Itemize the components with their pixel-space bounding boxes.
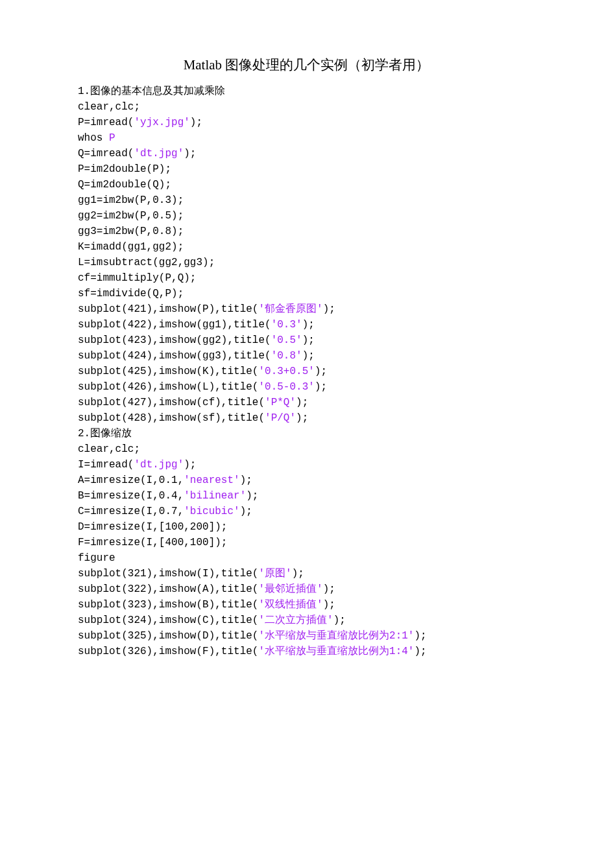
string-literal: 'yjx.jpg' — [134, 117, 189, 128]
code-line: F=imresize(I,[400,100]); — [78, 535, 535, 550]
code-text: ); — [296, 412, 308, 424]
string-literal: 'nearest' — [184, 475, 239, 486]
code-text: ); — [292, 568, 304, 580]
code-text: subplot(426),imshow(L),title( — [78, 381, 258, 393]
code-text: ); — [323, 303, 335, 315]
code-text: ); — [240, 506, 252, 517]
code-text: subplot(324),imshow(C),title( — [78, 615, 258, 626]
code-line: gg3=im2bw(P,0.8); — [78, 224, 535, 239]
code-line: P=imread('yjx.jpg'); — [78, 115, 535, 130]
code-line: P=im2double(P); — [78, 161, 535, 177]
code-line: gg1=im2bw(P,0.3); — [78, 193, 535, 208]
code-line: D=imresize(I,[100,200]); — [78, 519, 535, 535]
string-literal: '原图' — [258, 568, 291, 580]
string-literal: '0.5-0.3' — [258, 381, 314, 393]
code-text: ); — [302, 350, 315, 362]
code-line: subplot(421),imshow(P),title('郁金香原图'); — [78, 301, 535, 317]
code-text: subplot(428),imshow(sf),title( — [78, 412, 265, 424]
string-literal: 'bilinear' — [184, 490, 246, 502]
document-page: Matlab 图像处理的几个实例（初学者用） 1.图像的基本信息及其加减乘除 c… — [0, 0, 613, 698]
code-line: Q=im2double(Q); — [78, 177, 535, 193]
code-line: sf=imdivide(Q,P); — [78, 286, 535, 301]
code-text: ); — [333, 615, 346, 626]
code-line: L=imsubtract(gg2,gg3); — [78, 255, 535, 270]
code-text: subplot(325),imshow(D),title( — [78, 630, 258, 642]
code-text: ); — [184, 459, 196, 471]
code-line: subplot(423),imshow(gg2),title('0.5'); — [78, 333, 535, 348]
code-text: ); — [302, 334, 315, 346]
code-text: subplot(423),imshow(gg2),title( — [78, 334, 271, 346]
code-text: subplot(424),imshow(gg3),title( — [78, 350, 271, 362]
code-line: subplot(428),imshow(sf),title('P/Q'); — [78, 410, 535, 426]
code-text: subplot(427),imshow(cf),title( — [78, 397, 265, 408]
code-text: subplot(326),imshow(F),title( — [78, 646, 258, 657]
code-text: B=imresize(I,0.4, — [78, 490, 184, 502]
code-line: subplot(424),imshow(gg3),title('0.8'); — [78, 348, 535, 364]
code-text: ); — [315, 366, 327, 377]
code-text: whos — [78, 132, 109, 144]
code-line: Q=imread('dt.jpg'); — [78, 146, 535, 161]
code-text: I=imread( — [78, 459, 134, 471]
string-literal: 'dt.jpg' — [134, 459, 184, 471]
string-literal: '二次立方插值' — [258, 615, 333, 626]
code-text: ); — [323, 583, 335, 595]
code-text: subplot(321),imshow(I),title( — [78, 568, 258, 580]
code-text: subplot(421),imshow(P),title( — [78, 303, 258, 315]
code-line: subplot(427),imshow(cf),title('P*Q'); — [78, 395, 535, 410]
code-text: ); — [315, 381, 327, 393]
code-text: ); — [246, 490, 258, 502]
code-text: ); — [240, 475, 252, 486]
code-line: cf=immultiply(P,Q); — [78, 270, 535, 286]
code-line: subplot(324),imshow(C),title('二次立方插值'); — [78, 613, 535, 628]
string-literal: '0.5' — [271, 334, 302, 346]
code-line: subplot(326),imshow(F),title('水平缩放与垂直缩放比… — [78, 644, 535, 659]
code-text: ); — [302, 319, 315, 331]
code-line: subplot(323),imshow(B),title('双线性插值'); — [78, 597, 535, 613]
code-line: figure — [78, 550, 535, 566]
code-text: Q=imread( — [78, 148, 134, 159]
string-literal: 'P*Q' — [265, 397, 296, 408]
code-text: subplot(422),imshow(gg1),title( — [78, 319, 271, 331]
code-line: clear,clc; — [78, 441, 535, 457]
code-text: subplot(323),imshow(B),title( — [78, 599, 258, 611]
code-text: ); — [190, 117, 202, 128]
code-line: subplot(422),imshow(gg1),title('0.3'); — [78, 317, 535, 333]
code-text: ); — [184, 148, 196, 159]
code-text: C=imresize(I,0.7, — [78, 506, 184, 517]
code-text: ); — [323, 599, 335, 611]
code-line: subplot(325),imshow(D),title('水平缩放与垂直缩放比… — [78, 628, 535, 644]
code-line: subplot(321),imshow(I),title('原图'); — [78, 566, 535, 581]
code-line: subplot(425),imshow(K),title('0.3+0.5'); — [78, 364, 535, 379]
string-literal: '双线性插值' — [258, 599, 322, 611]
code-text: A=imresize(I,0.1, — [78, 475, 184, 486]
code-line: gg2=im2bw(P,0.5); — [78, 208, 535, 224]
section-1-heading: 1.图像的基本信息及其加减乘除 — [78, 84, 535, 99]
code-line: whos P — [78, 130, 535, 146]
code-line: A=imresize(I,0.1,'nearest'); — [78, 473, 535, 488]
code-text: ); — [414, 630, 426, 642]
string-literal: '最邻近插值' — [258, 583, 322, 595]
code-text: subplot(425),imshow(K),title( — [78, 366, 258, 377]
code-line: subplot(322),imshow(A),title('最邻近插值'); — [78, 581, 535, 597]
string-literal: '0.3+0.5' — [258, 366, 314, 377]
string-literal: 'bicubic' — [184, 506, 239, 517]
code-line: subplot(426),imshow(L),title('0.5-0.3'); — [78, 379, 535, 395]
code-text: subplot(322),imshow(A),title( — [78, 583, 258, 595]
string-literal: '郁金香原图' — [258, 303, 322, 315]
identifier: P — [109, 132, 115, 144]
code-line: B=imresize(I,0.4,'bilinear'); — [78, 488, 535, 504]
string-literal: 'P/Q' — [265, 412, 296, 424]
code-line: K=imadd(gg1,gg2); — [78, 239, 535, 255]
code-text: P=imread( — [78, 117, 134, 128]
code-line: clear,clc; — [78, 99, 535, 115]
string-literal: '水平缩放与垂直缩放比例为2:1' — [258, 630, 414, 642]
code-text: ); — [296, 397, 308, 408]
code-line: I=imread('dt.jpg'); — [78, 457, 535, 473]
string-literal: '0.3' — [271, 319, 302, 331]
code-line: C=imresize(I,0.7,'bicubic'); — [78, 504, 535, 519]
string-literal: 'dt.jpg' — [134, 148, 184, 159]
section-2-heading: 2.图像缩放 — [78, 426, 535, 441]
string-literal: '0.8' — [271, 350, 302, 362]
document-title: Matlab 图像处理的几个实例（初学者用） — [78, 55, 535, 76]
string-literal: '水平缩放与垂直缩放比例为1:4' — [258, 646, 414, 657]
